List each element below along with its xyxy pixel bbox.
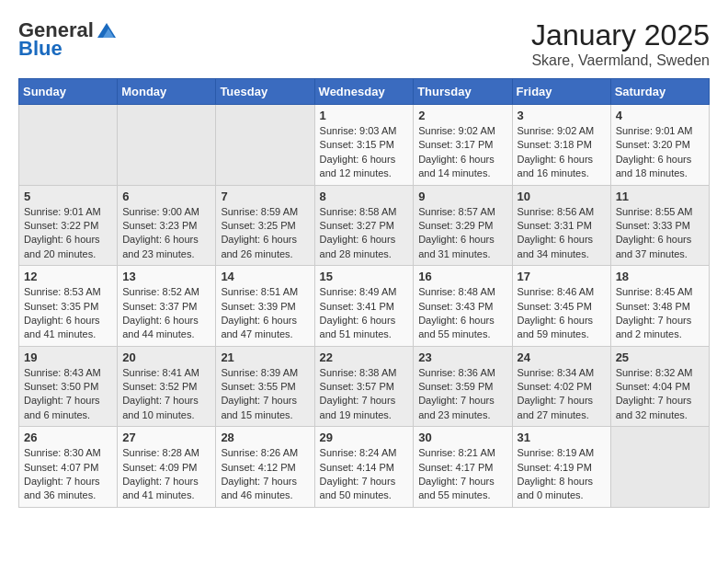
page-title: January 2025 [531,18,710,52]
sunrise-text: Sunrise: 8:38 AM [320,366,409,380]
day-number: 12 [24,270,112,283]
sunset-text: Sunset: 4:19 PM [518,461,606,475]
sunrise-text: Sunrise: 8:36 AM [418,366,506,380]
weekday-header-saturday: Saturday [610,79,709,105]
calendar-cell [19,105,118,186]
calendar-cell: 22Sunrise: 8:38 AMSunset: 3:57 PMDayligh… [314,346,414,427]
day-number: 2 [418,109,506,122]
daylight-text: Daylight: 7 hours and 55 minutes. [418,475,506,503]
sunset-text: Sunset: 4:09 PM [122,461,210,475]
daylight-text: Daylight: 7 hours and 32 minutes. [616,394,704,422]
page-header: General Blue January 2025 Skare, Vaermla… [18,18,710,69]
calendar-cell: 4Sunrise: 9:01 AMSunset: 3:20 PMDaylight… [610,105,709,186]
calendar-cell: 1Sunrise: 9:03 AMSunset: 3:15 PMDaylight… [314,105,414,186]
day-number: 15 [320,270,409,283]
daylight-text: Daylight: 6 hours and 31 minutes. [418,233,506,261]
calendar-cell: 19Sunrise: 8:43 AMSunset: 3:50 PMDayligh… [19,346,118,427]
sunset-text: Sunset: 3:48 PM [616,300,704,314]
calendar-cell: 13Sunrise: 8:52 AMSunset: 3:37 PMDayligh… [118,266,216,347]
sunset-text: Sunset: 3:59 PM [418,380,506,394]
day-number: 28 [221,431,309,444]
sunset-text: Sunset: 3:25 PM [221,219,309,233]
cell-details: Sunrise: 8:21 AMSunset: 4:17 PMDaylight:… [418,446,506,503]
cell-details: Sunrise: 8:43 AMSunset: 3:50 PMDaylight:… [24,366,112,423]
sunrise-text: Sunrise: 8:51 AM [221,285,309,299]
sunset-text: Sunset: 3:50 PM [24,380,112,394]
daylight-text: Daylight: 6 hours and 34 minutes. [518,233,606,261]
daylight-text: Daylight: 6 hours and 16 minutes. [518,153,606,181]
daylight-text: Daylight: 6 hours and 59 minutes. [518,314,606,342]
daylight-text: Daylight: 6 hours and 20 minutes. [24,233,112,261]
daylight-text: Daylight: 7 hours and 50 minutes. [320,475,409,503]
weekday-header-thursday: Thursday [414,79,512,105]
cell-details: Sunrise: 9:00 AMSunset: 3:23 PMDaylight:… [122,205,210,262]
daylight-text: Daylight: 6 hours and 41 minutes. [24,314,112,342]
calendar-cell [216,105,314,186]
daylight-text: Daylight: 7 hours and 41 minutes. [122,475,210,503]
sunrise-text: Sunrise: 9:03 AM [320,124,409,138]
cell-details: Sunrise: 8:57 AMSunset: 3:29 PMDaylight:… [418,205,506,262]
day-number: 18 [616,270,704,283]
sunrise-text: Sunrise: 9:02 AM [418,124,506,138]
calendar-week-4: 19Sunrise: 8:43 AMSunset: 3:50 PMDayligh… [19,346,710,427]
sunrise-text: Sunrise: 8:43 AM [24,366,112,380]
sunset-text: Sunset: 3:55 PM [221,380,309,394]
sunset-text: Sunset: 3:22 PM [24,219,112,233]
sunset-text: Sunset: 3:33 PM [616,219,704,233]
day-number: 22 [320,350,409,364]
cell-details: Sunrise: 8:36 AMSunset: 3:59 PMDaylight:… [418,366,506,423]
weekday-header-row: SundayMondayTuesdayWednesdayThursdayFrid… [19,79,710,105]
cell-details: Sunrise: 8:48 AMSunset: 3:43 PMDaylight:… [418,285,506,342]
sunset-text: Sunset: 3:35 PM [24,300,112,314]
cell-details: Sunrise: 8:41 AMSunset: 3:52 PMDaylight:… [122,366,210,423]
sunrise-text: Sunrise: 8:58 AM [320,205,409,219]
sunset-text: Sunset: 3:45 PM [518,300,606,314]
day-number: 17 [518,270,606,283]
day-number: 3 [518,109,606,122]
weekday-header-wednesday: Wednesday [314,79,414,105]
sunrise-text: Sunrise: 8:56 AM [518,205,606,219]
calendar-cell: 20Sunrise: 8:41 AMSunset: 3:52 PMDayligh… [118,346,216,427]
sunrise-text: Sunrise: 8:30 AM [24,446,112,460]
weekday-header-monday: Monday [118,79,216,105]
sunset-text: Sunset: 4:14 PM [320,461,409,475]
weekday-header-tuesday: Tuesday [216,79,314,105]
daylight-text: Daylight: 6 hours and 55 minutes. [418,314,506,342]
day-number: 29 [320,431,409,444]
calendar-table: SundayMondayTuesdayWednesdayThursdayFrid… [18,78,710,508]
logo: General Blue [18,18,118,61]
calendar-cell: 6Sunrise: 9:00 AMSunset: 3:23 PMDaylight… [118,185,216,266]
daylight-text: Daylight: 7 hours and 2 minutes. [616,314,704,342]
sunset-text: Sunset: 3:23 PM [122,219,210,233]
day-number: 19 [24,350,112,364]
day-number: 16 [418,270,506,283]
calendar-cell [610,427,709,508]
calendar-week-2: 5Sunrise: 9:01 AMSunset: 3:22 PMDaylight… [19,185,710,266]
cell-details: Sunrise: 8:24 AMSunset: 4:14 PMDaylight:… [320,446,409,503]
sunrise-text: Sunrise: 8:41 AM [122,366,210,380]
daylight-text: Daylight: 7 hours and 46 minutes. [221,475,309,503]
day-number: 26 [24,431,112,444]
day-number: 14 [221,270,309,283]
sunrise-text: Sunrise: 8:34 AM [518,366,606,380]
cell-details: Sunrise: 8:34 AMSunset: 4:02 PMDaylight:… [518,366,606,423]
sunset-text: Sunset: 3:57 PM [320,380,409,394]
sunset-text: Sunset: 4:02 PM [518,380,606,394]
daylight-text: Daylight: 6 hours and 37 minutes. [616,233,704,261]
daylight-text: Daylight: 7 hours and 10 minutes. [122,394,210,422]
sunset-text: Sunset: 3:17 PM [418,138,506,152]
daylight-text: Daylight: 7 hours and 23 minutes. [418,394,506,422]
cell-details: Sunrise: 8:51 AMSunset: 3:39 PMDaylight:… [221,285,309,342]
calendar-cell: 14Sunrise: 8:51 AMSunset: 3:39 PMDayligh… [216,266,314,347]
cell-details: Sunrise: 8:26 AMSunset: 4:12 PMDaylight:… [221,446,309,503]
sunset-text: Sunset: 3:37 PM [122,300,210,314]
cell-details: Sunrise: 8:28 AMSunset: 4:09 PMDaylight:… [122,446,210,503]
cell-details: Sunrise: 8:56 AMSunset: 3:31 PMDaylight:… [518,205,606,262]
sunset-text: Sunset: 4:04 PM [616,380,704,394]
day-number: 4 [616,109,704,122]
sunset-text: Sunset: 4:17 PM [418,461,506,475]
sunrise-text: Sunrise: 8:48 AM [418,285,506,299]
cell-details: Sunrise: 9:01 AMSunset: 3:20 PMDaylight:… [616,124,704,181]
day-number: 8 [320,190,409,203]
calendar-cell: 18Sunrise: 8:45 AMSunset: 3:48 PMDayligh… [610,266,709,347]
